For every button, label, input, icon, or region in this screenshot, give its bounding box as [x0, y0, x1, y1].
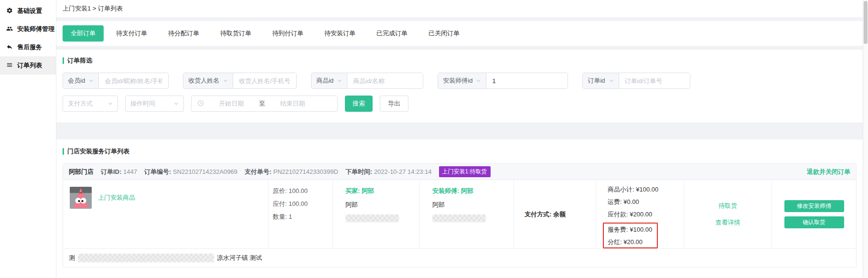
store-name: 阿部门店 — [69, 168, 94, 176]
end-date-input[interactable]: 结束日期 — [270, 99, 315, 108]
sidebar-item-label: 基础设置 — [17, 7, 42, 15]
chevron-down-icon — [89, 77, 94, 85]
sidebar: 基础设置 安装师傅管理 售后服务 订单列表 — [0, 0, 56, 278]
sidebar-item-after-sales[interactable]: 售后服务 — [0, 38, 56, 56]
amount-payable: 应付款: ¥200.00 — [608, 210, 684, 219]
subtotal: 商品小计: ¥100.00 — [608, 185, 684, 194]
order-time: 下单时间: 2022-10-27 14:23:14 — [345, 168, 432, 176]
payment-sn: 支付单号: PN221027142330399D — [245, 168, 338, 176]
tab-pending-cod[interactable]: 待到付订单 — [272, 29, 303, 38]
date-separator: 至 — [259, 99, 265, 108]
installer-title: 安装师傅: 阿部 — [432, 187, 514, 195]
view-detail-link[interactable]: 查看详情 — [716, 218, 740, 227]
product-name-link[interactable]: 上门安装商品 — [98, 193, 135, 202]
service-fee: 服务费: ¥100.00 — [608, 225, 652, 234]
order-list-section-title: 门店安装服务订单列表 — [63, 147, 857, 156]
order-tabs: 全部订单 待支付订单 待分配订单 待取货订单 待到付订单 待安装订单 已完成订单… — [56, 21, 863, 46]
order-sn: 订单编号: SN22102714232A0969 — [144, 168, 237, 176]
sidebar-item-order-list[interactable]: 订单列表 — [0, 56, 56, 75]
operation-time-select[interactable]: 操作时间 — [125, 96, 184, 112]
tab-completed[interactable]: 已完成订单 — [376, 29, 407, 38]
buyer-title: 买家: 阿部 — [345, 187, 419, 195]
gear-icon — [6, 7, 13, 15]
product-id-select[interactable]: 商品id — [311, 73, 347, 88]
shipping-fee: 运费: ¥0.00 — [608, 198, 684, 206]
tab-pending-pickup[interactable]: 待取货订单 — [220, 29, 251, 38]
actions-cell: 修改安装师傅 确认取货 — [772, 180, 856, 248]
search-button[interactable]: 搜索 — [345, 96, 373, 112]
reply-icon — [6, 43, 13, 52]
users-icon — [6, 25, 13, 33]
export-button[interactable]: 导出 — [380, 96, 408, 112]
receiver-name-select[interactable]: 收货人姓名 — [183, 73, 233, 88]
tab-pending-assign[interactable]: 待分配订单 — [168, 29, 199, 38]
order-id-select[interactable]: 订单id — [583, 73, 619, 88]
sidebar-item-label: 售后服务 — [17, 43, 42, 52]
buyer-name: 阿部 — [345, 201, 419, 209]
breadcrumb: 上门安装1 > 订单列表 — [56, 0, 863, 17]
product-filter: 商品id — [311, 73, 423, 89]
member-id-select[interactable]: 会员id — [63, 73, 99, 88]
installer-id-input[interactable] — [486, 73, 568, 88]
order-filter-panel: 订单筛选 会员id 收货人姓名 — [56, 50, 863, 122]
tab-pending-payment[interactable]: 待支付订单 — [116, 29, 147, 38]
sidebar-item-label: 安装师傅管理 — [17, 25, 54, 33]
buyer-cell: 买家: 阿部 阿部 — [332, 180, 419, 248]
address-line: 测 凉水河子镇 测试 — [63, 248, 856, 267]
tab-closed[interactable]: 已关闭订单 — [429, 29, 460, 38]
original-price: 原价: 100.00 — [273, 187, 332, 195]
payable-price: 应付: 100.00 — [273, 200, 332, 208]
order-card: 阿部门店 订单ID: 1447 订单编号: SN22102714232A0969… — [63, 163, 857, 267]
chevron-down-icon — [174, 100, 179, 107]
filter-row-1: 会员id 收货人姓名 商品id — [63, 73, 857, 89]
fee-highlight-box: 服务费: ¥100.00 分红: ¥20.00 — [603, 223, 658, 248]
list-icon — [6, 62, 13, 70]
vertical-scrollbar[interactable] — [863, 0, 868, 278]
installer-id-select[interactable]: 安装师傅id — [438, 73, 486, 88]
member-filter: 会员id — [63, 73, 169, 89]
installer-phone-redacted — [432, 214, 486, 222]
start-date-input[interactable]: 开始日期 — [209, 99, 254, 108]
confirm-pickup-button[interactable]: 确认取货 — [784, 216, 844, 228]
filter-row-2: 支付方式 操作时间 开始日期 至 结束日期 搜索 导出 — [63, 96, 857, 112]
clock-icon — [197, 100, 204, 108]
order-id: 订单ID: 1447 — [101, 168, 137, 176]
filter-section-title: 订单筛选 — [63, 56, 857, 65]
order-card-header: 阿部门店 订单ID: 1447 订单编号: SN22102714232A0969… — [63, 164, 856, 180]
address-suffix: 凉水河子镇 测试 — [217, 254, 262, 262]
scrollbar-thumb[interactable] — [864, 1, 868, 44]
tab-all-orders[interactable]: 全部订单 — [63, 25, 104, 42]
app-root: 基础设置 安装师傅管理 售后服务 订单列表 上门安装1 > 订单列表 全部订单 … — [0, 0, 868, 278]
status-cell: 待取货 查看详情 — [684, 180, 772, 248]
order-status-badge: 上门安装1:待取货 — [439, 166, 491, 177]
dividend: 分红: ¥20.00 — [608, 238, 652, 246]
installer-name: 阿部 — [432, 201, 514, 209]
buyer-phone-redacted — [345, 214, 399, 222]
address-redacted — [78, 254, 214, 262]
installer-filter: 安装师傅id — [438, 73, 568, 89]
order-id-input[interactable] — [619, 73, 690, 88]
product-image — [70, 187, 92, 209]
order-id-filter: 订单id — [582, 73, 690, 89]
main-content: 上门安装1 > 订单列表 全部订单 待支付订单 待分配订单 待取货订单 待到付订… — [56, 0, 863, 278]
product-id-input[interactable] — [347, 73, 423, 88]
tab-pending-install[interactable]: 待安装订单 — [324, 29, 355, 38]
sidebar-item-label: 订单列表 — [17, 61, 42, 70]
breadcrumb-text: 上门安装1 > 订单列表 — [63, 5, 123, 12]
payment-method-select[interactable]: 支付方式 — [63, 96, 118, 112]
order-row: 上门安装商品 原价: 100.00 应付: 100.00 数量: 1 买家: 阿… — [63, 180, 856, 248]
pickup-status: 待取货 — [718, 202, 737, 210]
installer-cell: 安装师傅: 阿部 阿部 — [419, 180, 514, 248]
receiver-name-input[interactable] — [233, 73, 296, 88]
sidebar-item-installer-management[interactable]: 安装师傅管理 — [0, 20, 56, 38]
chevron-down-icon — [476, 77, 481, 85]
refund-close-link[interactable]: 退款并关闭订单 — [807, 168, 850, 176]
order-list-panel: 门店安装服务订单列表 阿部门店 订单ID: 1447 订单编号: SN22102… — [56, 139, 863, 278]
member-id-input[interactable] — [99, 73, 168, 88]
payment-method-cell: 支付方式: 余额 — [514, 180, 596, 248]
product-cell: 上门安装商品 — [63, 180, 268, 248]
change-installer-button[interactable]: 修改安装师傅 — [784, 200, 844, 212]
chevron-down-icon — [609, 77, 614, 85]
date-range-picker[interactable]: 开始日期 至 结束日期 — [191, 96, 338, 112]
sidebar-item-basic-settings[interactable]: 基础设置 — [0, 2, 56, 20]
